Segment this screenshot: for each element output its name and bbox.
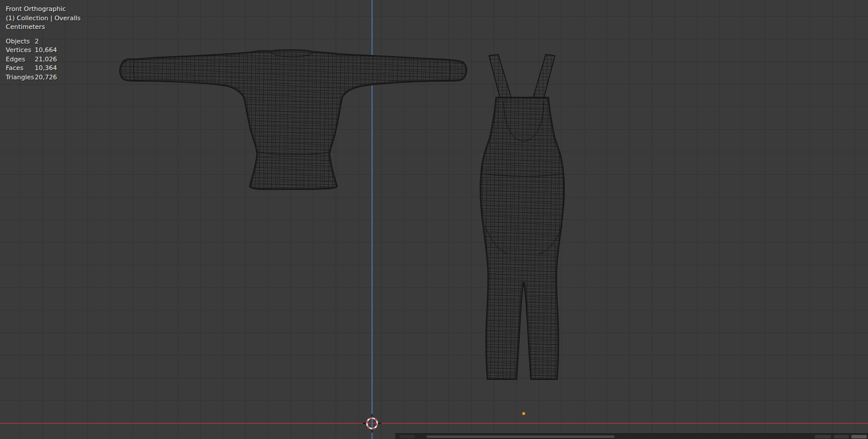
stat-triangles: Triangles 20,726: [6, 73, 80, 82]
timeline-strip: [395, 433, 868, 439]
wireframe-layer: [0, 0, 868, 439]
stat-faces: Faces 10,364: [6, 64, 80, 73]
viewport-3d[interactable]: Front Orthographic (1) Collection | Over…: [0, 0, 868, 439]
3d-cursor-icon: [363, 414, 381, 433]
overalls-garment[interactable]: [480, 54, 565, 379]
viewport-overlay-text: Front Orthographic (1) Collection | Over…: [6, 5, 80, 82]
stat-vertices: Vertices 10,664: [6, 46, 80, 55]
stat-edges: Edges 21,026: [6, 55, 80, 64]
view-label: Front Orthographic: [6, 5, 80, 14]
top-garment[interactable]: [120, 50, 467, 189]
timeline-strip-block: [400, 435, 415, 438]
timeline-widget-3: [851, 435, 867, 438]
stat-objects: Objects 2: [6, 37, 80, 46]
timeline-scrollbar[interactable]: [426, 436, 615, 438]
timeline-widget-1: [815, 435, 831, 438]
units-label: Centimeters: [6, 23, 80, 32]
timeline-widget-2: [834, 435, 849, 438]
object-origin-dot: [522, 412, 525, 415]
collection-breadcrumb: (1) Collection | Overalls: [6, 14, 80, 23]
